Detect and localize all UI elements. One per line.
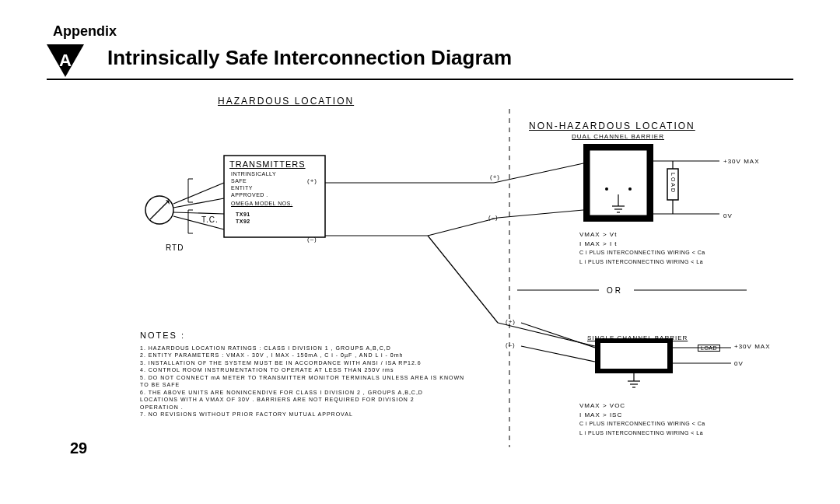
svg-line-7 bbox=[173, 212, 224, 214]
page-header: Appendix A Intrinsically Safe Interconne… bbox=[0, 0, 840, 86]
svg-line-13 bbox=[498, 210, 583, 218]
svg-line-42 bbox=[521, 323, 595, 348]
svg-line-12 bbox=[428, 218, 498, 236]
appendix-badge: A bbox=[47, 44, 84, 77]
svg-line-43 bbox=[521, 346, 595, 362]
svg-marker-4 bbox=[166, 200, 170, 205]
svg-rect-1 bbox=[224, 156, 325, 237]
page-number: 29 bbox=[70, 439, 87, 457]
main-title: Intrinsically Safe Interconnection Diagr… bbox=[107, 46, 512, 70]
svg-line-3 bbox=[150, 201, 169, 219]
svg-line-16 bbox=[494, 183, 502, 346]
svg-point-31 bbox=[628, 187, 632, 191]
svg-rect-21 bbox=[667, 169, 678, 200]
schematic-svg bbox=[0, 89, 840, 494]
svg-line-14 bbox=[428, 236, 498, 323]
interconnection-diagram: HAZARDOUS LOCATION NON-HAZARDOUS LOCATIO… bbox=[0, 89, 840, 494]
title-row: A Intrinsically Safe Interconnection Dia… bbox=[47, 41, 793, 80]
svg-line-5 bbox=[173, 183, 224, 204]
svg-line-8 bbox=[173, 216, 224, 229]
appendix-label: Appendix bbox=[53, 23, 793, 40]
svg-point-30 bbox=[605, 187, 608, 191]
svg-rect-35 bbox=[600, 343, 667, 369]
svg-line-6 bbox=[173, 198, 224, 208]
svg-line-10 bbox=[494, 163, 583, 183]
